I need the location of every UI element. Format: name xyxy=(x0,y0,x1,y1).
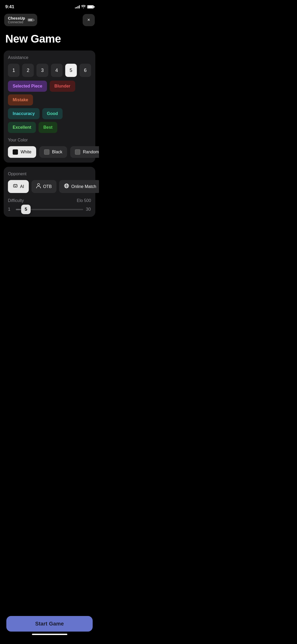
diff-min: 1 xyxy=(8,207,13,212)
badge-battery-icon xyxy=(28,19,34,21)
svg-rect-1 xyxy=(14,185,15,186)
opponent-label: Opponent xyxy=(8,172,91,176)
opponent-online-btn[interactable]: Online Match xyxy=(59,180,99,193)
color-white-label: White xyxy=(21,150,31,154)
difficulty-header: Difficulty Elo 500 xyxy=(8,198,91,203)
assist-num-4[interactable]: 4 xyxy=(51,64,63,77)
assist-num-6[interactable]: 6 xyxy=(79,64,91,77)
assistance-number-row: 1 2 3 4 5 6 xyxy=(8,64,91,77)
tag-excellent[interactable]: Excellent xyxy=(8,122,36,133)
tag-inaccuracy[interactable]: Inaccuracy xyxy=(8,108,40,119)
assist-num-3[interactable]: 3 xyxy=(36,64,48,77)
app-badge-text: ChessUp Connected xyxy=(8,16,25,24)
color-random-label: Random xyxy=(83,150,99,154)
wifi-icon xyxy=(81,5,86,9)
svg-rect-2 xyxy=(16,185,16,186)
status-icons xyxy=(75,5,94,9)
svg-point-6 xyxy=(37,183,40,186)
ai-icon xyxy=(13,183,18,190)
assist-num-5[interactable]: 5 xyxy=(65,64,77,77)
svg-rect-0 xyxy=(13,185,17,187)
tag-selected-piece[interactable]: Selected Piece xyxy=(8,81,47,92)
tag-best[interactable]: Best xyxy=(39,122,57,133)
assist-num-2[interactable]: 2 xyxy=(22,64,34,77)
color-black-label: Black xyxy=(52,150,62,154)
status-bar: 9:41 xyxy=(0,0,99,12)
globe-icon xyxy=(64,183,69,190)
color-label: Your Color xyxy=(8,138,91,142)
color-random-btn[interactable]: Random xyxy=(70,146,99,158)
opponent-online-label: Online Match xyxy=(71,184,96,189)
assistance-label: Assistance xyxy=(8,55,91,60)
color-options: White Black Random xyxy=(8,146,91,158)
opponent-row: AI OTB Online Match xyxy=(8,180,91,193)
app-name: ChessUp xyxy=(8,16,25,20)
tag-good[interactable]: Good xyxy=(42,108,63,119)
white-swatch xyxy=(13,149,18,155)
app-badge: ChessUp Connected xyxy=(4,14,37,26)
connection-status: Connected xyxy=(8,20,25,24)
assistance-tags-row2: Inaccuracy Good Excellent Best xyxy=(8,108,91,133)
opponent-ai-label: AI xyxy=(20,184,24,189)
app-header: ChessUp Connected × xyxy=(0,12,99,28)
assist-num-1[interactable]: 1 xyxy=(8,64,20,77)
tag-mistake[interactable]: Mistake xyxy=(8,94,33,105)
opponent-otb-btn[interactable]: OTB xyxy=(31,180,56,193)
assistance-card: Assistance 1 2 3 4 5 6 Selected Piece Bl… xyxy=(4,50,95,163)
person-icon xyxy=(36,183,41,190)
signal-icon xyxy=(75,5,80,8)
battery-icon xyxy=(87,5,94,8)
tag-blunder[interactable]: Blunder xyxy=(50,81,75,92)
difficulty-slider-row: 1 5 30 xyxy=(8,207,91,212)
close-button[interactable]: × xyxy=(83,14,95,26)
difficulty-label: Difficulty xyxy=(8,198,24,203)
slider-thumb[interactable]: 5 xyxy=(21,205,31,214)
diff-max: 30 xyxy=(86,207,91,212)
opponent-card: Opponent AI OTB xyxy=(4,167,95,217)
black-swatch xyxy=(44,149,49,155)
assistance-tags-row1: Selected Piece Blunder Mistake xyxy=(8,81,91,105)
random-swatch xyxy=(75,149,80,155)
page-title: New Game xyxy=(0,28,99,50)
elo-label: Elo 500 xyxy=(77,198,91,203)
color-black-btn[interactable]: Black xyxy=(39,146,67,158)
opponent-ai-btn[interactable]: AI xyxy=(8,180,29,193)
status-time: 9:41 xyxy=(5,4,14,10)
color-white-btn[interactable]: White xyxy=(8,146,36,158)
slider-track[interactable]: 5 xyxy=(16,209,83,210)
opponent-otb-label: OTB xyxy=(43,184,52,189)
